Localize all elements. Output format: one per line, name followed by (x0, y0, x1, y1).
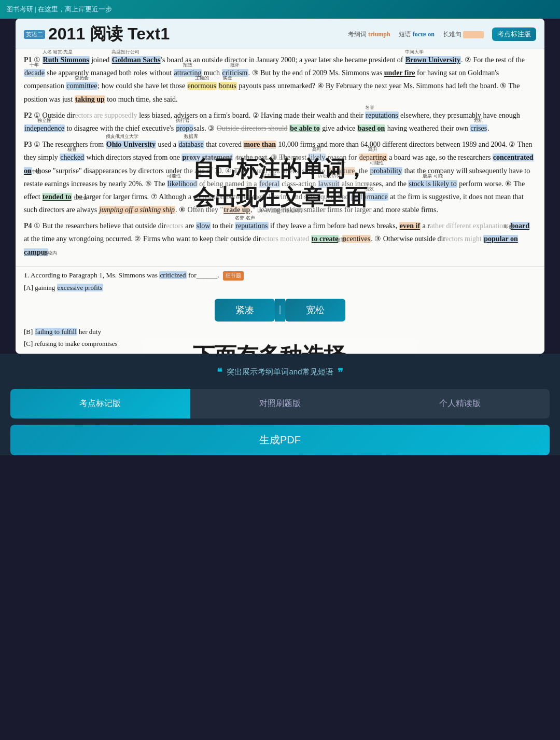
p3-content: ① The researchers from 俄亥俄州立大学Ohio Unive… (24, 141, 534, 214)
quote-text: 突出展示考纲单词and常见短语 (227, 367, 333, 377)
paragraph-2: P2 ① Outside directors are supposedly le… (24, 109, 536, 135)
paragraph-3: P3 ① The researchers from 俄亥俄州立大学Ohio Un… (24, 138, 536, 216)
right-quote: ❞ (338, 366, 343, 379)
question-section: 1. According to Paragraph 1, Ms. Simmons… (16, 266, 544, 354)
tag3: 长难句 (443, 30, 484, 39)
tag2: 短语 focus on (399, 30, 435, 39)
tag1-value: triumph (368, 31, 390, 38)
option-b-highlight: failing to fulfill (35, 328, 77, 336)
year-label: 英语二 (24, 30, 45, 39)
left-quote: ❝ (217, 366, 222, 379)
p2-content: ① Outside directors are supposedly less … (24, 111, 520, 132)
article-body: 自己标注的单词， 会出现在文章里面 下面有多种选择， 可以按需生成PDF 打印出… (16, 49, 544, 266)
question-criticized: criticized (159, 271, 186, 279)
btn-drill-version[interactable]: 对照刷题版 (190, 389, 370, 418)
tablet-screen: 英语二 2011 阅读 Text1 考纲词 triumph 短语 focus o… (16, 19, 544, 354)
p4-label: P4 (24, 222, 32, 230)
answer-option-b: [B] failing to fulfill her duty (24, 327, 536, 338)
tag1: 考纲词 triumph (348, 30, 390, 39)
badge-version[interactable]: 考点标注版 (492, 27, 536, 41)
bottom-quote: ❝ 突出展示考纲单词and常见短语 ❞ (0, 362, 560, 383)
question-number: 1. (24, 271, 29, 279)
bottom-section: ❝ 突出展示考纲单词and常见短语 ❞ 考点标记版 对照刷题版 个人精读版 生成… (0, 354, 560, 455)
loose-button[interactable]: 宽松 (285, 299, 345, 322)
article-header: 英语二 2011 阅读 Text1 考纲词 triumph 短语 focus o… (16, 19, 544, 49)
tag3-label: 长难句 (443, 31, 461, 38)
p1-content: ① 人名 籍贯·先是Ruth Simmons joined 高盛投行公司Gold… (24, 56, 525, 103)
question-text: 1. According to Paragraph 1, Ms. Simmons… (24, 270, 536, 281)
answer-option-c: [C] refusing to make compromises (24, 339, 536, 350)
tag2-value: focus on (413, 31, 435, 38)
tag2-label: 短语 (399, 31, 411, 38)
title-area: 英语二 2011 阅读 Text1 (24, 23, 170, 46)
p3-label: P3 (24, 141, 32, 148)
top-bar-text: 图书考研 | 在这里，离上岸更近一步 (6, 5, 112, 14)
option-a-highlight: excessive profits (57, 284, 103, 291)
btn-personal-version[interactable]: 个人精读版 (370, 389, 550, 418)
paragraph-4: P4 ① But the researchers believe that ou… (24, 219, 536, 259)
article-title: 2011 阅读 Text1 (48, 23, 170, 46)
p4-content: ① But the researchers believe that outsi… (24, 222, 530, 256)
paragraph-1: P1 ① 人名 籍贯·先是Ruth Simmons joined 高盛投行公司G… (24, 53, 536, 106)
top-bar: 图书考研 | 在这里，离上岸更近一步 (0, 0, 560, 19)
btn-exam-version[interactable]: 考点标记版 (10, 389, 190, 418)
tag1-label: 考纲词 (348, 31, 367, 38)
version-buttons: 考点标记版 对照刷题版 个人精读版 (10, 389, 550, 418)
spacing-buttons[interactable]: 紧凑 | 宽松 (24, 295, 536, 326)
answer-option-a: [A] gaining excessive profits (24, 283, 536, 294)
p2-label: P2 (24, 111, 32, 119)
question-badge: 细节题 (223, 271, 244, 281)
spacing-divider: | (275, 299, 285, 322)
header-tags: 考纲词 triumph 短语 focus on 长难句 考点标注版 (348, 27, 536, 41)
generate-pdf-button[interactable]: 生成PDF (10, 425, 550, 455)
tight-button[interactable]: 紧凑 (215, 299, 275, 322)
